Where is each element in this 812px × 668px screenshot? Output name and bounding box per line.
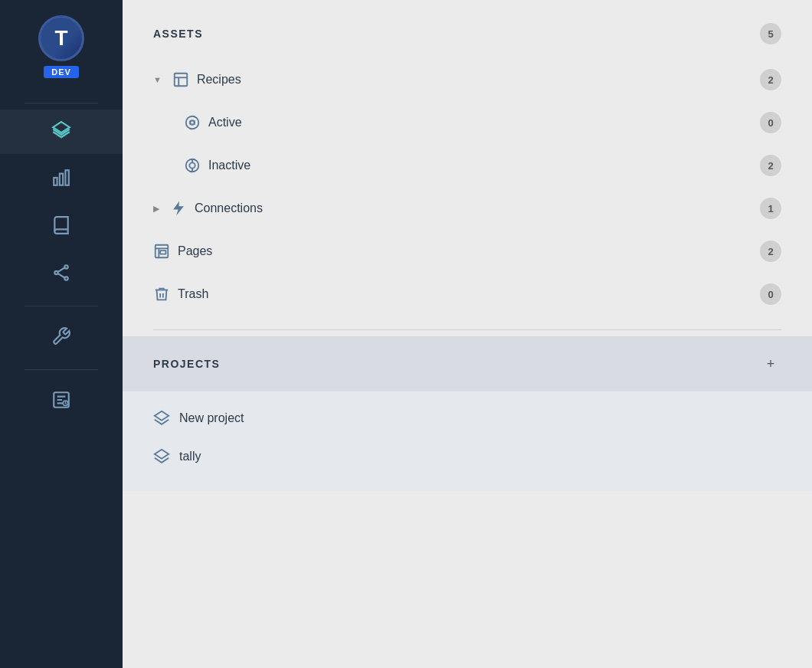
nav-item-analytics[interactable] [0,157,123,201]
connections-item[interactable]: ▶ Connections 1 [153,187,781,230]
projects-header[interactable]: PROJECTS + [123,336,812,391]
svg-line-8 [58,273,65,277]
nav-item-settings[interactable] [0,316,123,360]
dev-badge: DEV [44,66,79,78]
svg-rect-1 [54,178,57,185]
book-icon [51,215,71,238]
active-icon [184,114,201,131]
trash-badge: 0 [760,283,781,305]
tally-project-label: tally [179,450,201,463]
main-content: ASSETS 5 ▼ Recipes 2 [123,0,812,668]
pages-badge: 2 [760,241,781,262]
sidebar-divider [25,103,98,103]
nav-item-assets[interactable] [0,110,123,154]
nav-item-docs[interactable] [0,205,123,249]
pages-icon [153,243,170,260]
pages-item[interactable]: Pages 2 [153,230,781,273]
sidebar-divider-mid [25,306,98,306]
project-item-new[interactable]: New project [153,399,781,437]
add-project-button[interactable]: + [760,353,781,375]
inactive-label: Inactive [208,159,250,172]
inactive-icon [184,157,201,174]
recipes-badge: 2 [760,69,781,90]
projects-title: PROJECTS [153,358,220,370]
project-item-tally[interactable]: tally [153,437,781,476]
trash-item[interactable]: Trash 0 [153,273,781,316]
svg-line-7 [58,268,65,272]
section-divider [153,329,781,330]
connections-expand-arrow: ▶ [153,204,159,214]
share-icon [51,263,71,286]
svg-point-17 [189,162,195,168]
svg-rect-11 [175,74,188,87]
svg-point-4 [64,265,67,268]
projects-section: PROJECTS + New project [123,336,812,491]
projects-list: New project tally [123,391,812,491]
svg-rect-23 [160,250,165,254]
svg-point-6 [64,277,67,280]
inactive-item[interactable]: Inactive 2 [153,144,781,187]
assets-count-badge: 5 [760,23,781,44]
trash-icon [153,286,170,303]
active-badge: 0 [760,112,781,133]
assets-title: ASSETS [153,28,203,40]
assets-header: ASSETS 5 [153,23,781,44]
assets-section: ASSETS 5 ▼ Recipes 2 [123,0,812,323]
svg-rect-3 [65,170,68,185]
sidebar-divider-bot [25,369,98,370]
recipes-expand-arrow: ▼ [153,75,162,84]
new-project-icon [153,410,170,427]
svg-point-5 [54,271,57,274]
nav-items [0,110,123,424]
active-label: Active [208,116,242,129]
chart-icon [51,168,71,191]
pages-label: Pages [178,244,212,258]
inactive-badge: 2 [760,155,781,176]
reports-icon [51,390,71,413]
assets-tree: ▼ Recipes 2 [153,58,781,316]
recipes-icon [172,71,189,88]
wrench-icon [51,326,71,349]
logo-circle[interactable]: T [38,15,84,61]
svg-rect-2 [60,174,63,185]
nav-item-connections[interactable] [0,252,123,296]
active-item[interactable]: Active 0 [153,101,781,144]
logo-area: T DEV [38,15,84,78]
connections-badge: 1 [760,198,781,219]
logo-letter: T [54,26,67,51]
layers-icon [51,120,71,143]
svg-point-14 [186,116,199,129]
recipes-label: Recipes [197,73,241,87]
sidebar: T DEV [0,0,123,668]
recipes-item[interactable]: ▼ Recipes 2 [153,58,781,101]
trash-label: Trash [178,287,208,301]
svg-marker-24 [155,411,169,421]
nav-item-reports[interactable] [0,379,123,424]
svg-marker-25 [155,450,169,459]
connections-icon [170,200,187,217]
connections-label: Connections [195,201,263,215]
new-project-label: New project [179,411,244,425]
tally-project-icon [153,448,170,465]
svg-point-15 [190,120,195,125]
